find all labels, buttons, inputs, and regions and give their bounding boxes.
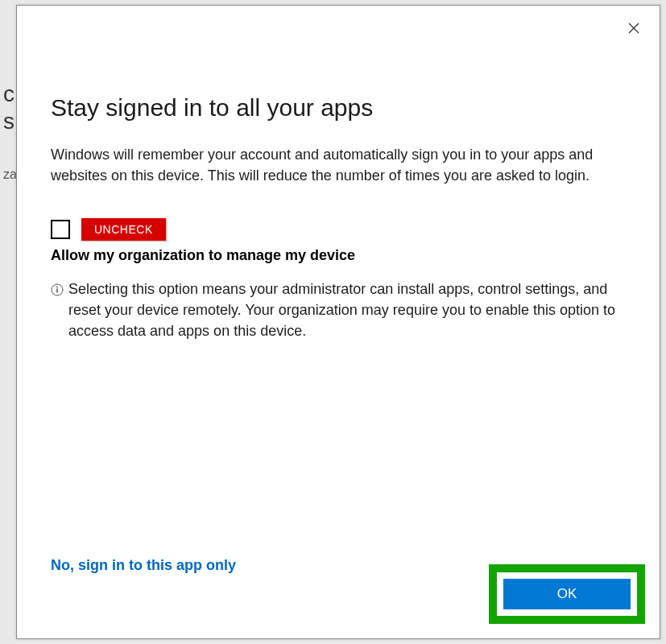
- close-button[interactable]: [624, 19, 643, 38]
- close-icon: [628, 23, 639, 34]
- dialog-title: Stay signed in to all your apps: [51, 94, 626, 122]
- svg-point-3: [56, 287, 58, 288]
- info-row: Selecting this option means your adminis…: [51, 279, 626, 341]
- checkbox-row: UNCHECK: [51, 218, 626, 241]
- dialog-content: Stay signed in to all your apps Windows …: [17, 6, 660, 341]
- info-text: Selecting this option means your adminis…: [68, 279, 626, 341]
- info-icon: [51, 281, 64, 302]
- dialog-description: Windows will remember your account and a…: [51, 144, 626, 186]
- signin-app-only-link[interactable]: No, sign in to this app only: [51, 557, 236, 574]
- uncheck-annotation-badge: UNCHECK: [81, 218, 166, 241]
- allow-manage-label: Allow my organization to manage my devic…: [51, 247, 626, 264]
- svg-rect-4: [56, 289, 58, 293]
- ok-button[interactable]: OK: [503, 579, 631, 609]
- signin-dialog: Stay signed in to all your apps Windows …: [16, 5, 660, 639]
- ok-highlight-frame: OK: [489, 564, 645, 624]
- allow-manage-checkbox[interactable]: [51, 220, 70, 239]
